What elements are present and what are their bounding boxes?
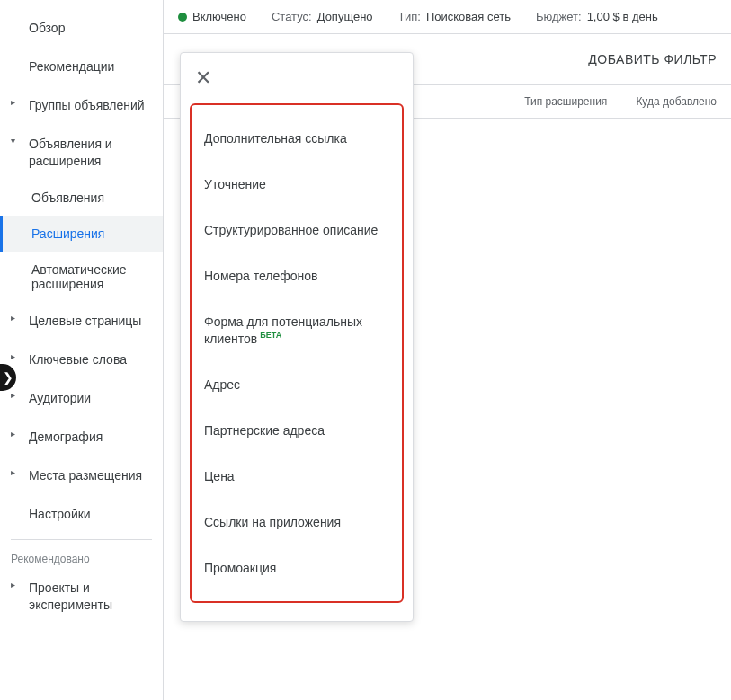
chevron-right-icon: ▸ bbox=[11, 467, 29, 477]
nav-audiences[interactable]: ▸Аудитории bbox=[0, 379, 163, 418]
beta-badge: БЕТА bbox=[260, 331, 281, 340]
popup-item-address[interactable]: Адрес bbox=[192, 362, 402, 408]
col-added-to[interactable]: Куда добавлено bbox=[621, 95, 731, 108]
popup-item-callout[interactable]: Уточнение bbox=[192, 162, 402, 208]
status-dot-icon bbox=[178, 13, 187, 22]
nav-settings[interactable]: Настройки bbox=[0, 495, 163, 534]
chevron-right-icon: ▸ bbox=[11, 390, 29, 400]
popup-body: Дополнительная ссылка Уточнение Структур… bbox=[190, 103, 404, 603]
nav-recommendations[interactable]: Рекомендации bbox=[0, 48, 163, 86]
recommended-section-label: Рекомендовано bbox=[0, 545, 163, 569]
popup-item-structured-snippet[interactable]: Структурированное описание bbox=[192, 208, 402, 253]
popup-item-affiliate-address[interactable]: Партнерские адреса bbox=[192, 408, 402, 454]
subnav-ads[interactable]: Объявления bbox=[0, 180, 163, 216]
status-type: Тип: Поисковая сеть bbox=[398, 10, 511, 23]
status-enabled: Включено bbox=[178, 10, 246, 23]
nav-projects-experiments[interactable]: ▸Проекты и эксперименты bbox=[0, 569, 163, 625]
chevron-right-icon: ▸ bbox=[11, 351, 29, 361]
status-status: Статус: Допущено bbox=[272, 10, 373, 23]
chevron-down-icon: ▾ bbox=[11, 136, 29, 146]
chevron-right-icon: ▸ bbox=[11, 97, 29, 107]
nav-overview[interactable]: Обзор bbox=[0, 9, 163, 48]
chevron-right-icon: ❯ bbox=[3, 370, 13, 385]
chevron-right-icon: ▸ bbox=[11, 313, 29, 323]
popup-item-sitelink[interactable]: Дополнительная ссылка bbox=[192, 116, 402, 162]
add-filter-button[interactable]: ДОБАВИТЬ ФИЛЬТР bbox=[588, 52, 717, 66]
nav-demographics[interactable]: ▸Демография bbox=[0, 418, 163, 456]
nav-keywords[interactable]: ▸Ключевые слова bbox=[0, 341, 163, 379]
chevron-right-icon: ▸ bbox=[11, 429, 29, 439]
nav-placements[interactable]: ▸Места размещения bbox=[0, 456, 163, 495]
popup-item-promotion[interactable]: Промоакция bbox=[192, 545, 402, 591]
status-bar: Включено Статус: Допущено Тип: Поисковая… bbox=[164, 0, 731, 34]
popup-item-price[interactable]: Цена bbox=[192, 454, 402, 500]
sidebar: Обзор Рекомендации ▸Группы объявлений ▾О… bbox=[0, 0, 164, 700]
close-icon[interactable]: ✕ bbox=[195, 66, 211, 90]
popup-item-app-links[interactable]: Ссылки на приложения bbox=[192, 500, 402, 545]
chevron-right-icon: ▸ bbox=[11, 580, 29, 589]
nav-landing-pages[interactable]: ▸Целевые страницы bbox=[0, 302, 163, 341]
nav-ads-extensions[interactable]: ▾Объявления и расширения bbox=[0, 125, 163, 181]
popup-item-lead-form[interactable]: Форма для потенциальных клиентовБЕТА bbox=[192, 299, 402, 362]
divider bbox=[11, 539, 152, 540]
nav-ad-groups[interactable]: ▸Группы объявлений bbox=[0, 86, 163, 125]
subnav-auto-extensions[interactable]: Автоматические расширения bbox=[0, 252, 163, 302]
extension-type-popup: ✕ Дополнительная ссылка Уточнение Структ… bbox=[180, 52, 414, 622]
subnav-extensions[interactable]: Расширения bbox=[0, 216, 163, 252]
popup-item-phone[interactable]: Номера телефонов bbox=[192, 253, 402, 299]
status-budget: Бюджет: 1,00 $ в день bbox=[536, 10, 658, 23]
col-extension-type[interactable]: Тип расширения bbox=[510, 95, 621, 108]
